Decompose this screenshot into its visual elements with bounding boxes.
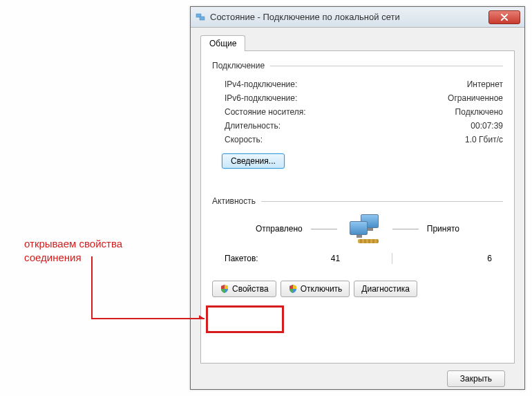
annotation-text: открываем свойства соединения [24,237,122,264]
action-buttons: Свойства Отключить Диагностика [212,281,503,297]
field-label: IPv6-подключение: [225,93,297,103]
details-button[interactable]: Сведения... [222,153,285,169]
disable-label: Отключить [301,284,343,294]
shield-icon [288,284,298,294]
sent-label: Отправлено [256,224,303,234]
tabstrip: Общие [200,35,515,51]
annotation-line1: открываем свойства [24,237,122,251]
packets-sent: 41 [258,254,379,263]
properties-label: Свойства [232,284,269,294]
field-row: Длительность: 00:07:39 [212,119,503,133]
packets-received: 6 [406,254,503,263]
field-label: Скорость: [225,135,263,144]
connection-group-title: Подключение [212,61,270,70]
close-dialog-button[interactable]: Закрыть [447,370,505,387]
svg-rect-1 [200,17,205,20]
tab-content: Подключение IPv4-подключение: Интернет I… [200,51,515,364]
status-dialog: Состояние - Подключение по локальной сет… [190,6,525,390]
field-value: 1.0 Гбит/с [465,135,503,144]
divider [392,229,419,229]
activity-row: Отправлено Принято [212,214,503,243]
connection-group: Подключение IPv4-подключение: Интернет I… [212,61,503,169]
field-label: Состояние носителя: [225,107,306,117]
activity-group: Активность Отправлено Принято Пакетов: [212,196,503,264]
field-label: Длительность: [225,121,281,131]
field-label: IPv4-подключение: [225,79,297,89]
titlebar[interactable]: Состояние - Подключение по локальной сет… [191,7,524,28]
field-row: Состояние носителя: Подключено [212,105,503,119]
properties-button[interactable]: Свойства [212,281,276,297]
field-value: 00:07:39 [471,121,503,131]
close-label: Закрыть [460,374,492,384]
network-icon [195,12,206,23]
dialog-footer: Закрыть [200,364,515,394]
packets-row: Пакетов: 41 6 [212,253,503,264]
field-value: Интернет [467,79,503,89]
disable-button[interactable]: Отключить [281,281,350,297]
field-row: IPv6-подключение: Ограниченное [212,91,503,105]
received-label: Принято [427,224,459,234]
network-activity-icon [345,214,384,243]
dialog-body: Общие Подключение IPv4-подключение: Инте… [191,28,524,396]
field-row: Скорость: 1.0 Гбит/с [212,133,503,147]
divider [270,66,503,66]
packets-label: Пакетов: [225,254,258,263]
close-button[interactable] [488,10,520,24]
annotation-line2: соединения [24,251,122,265]
diagnose-label: Диагностика [361,284,410,294]
diagnose-button[interactable]: Диагностика [354,281,417,297]
shield-icon [220,284,229,294]
field-value: Ограниченное [448,93,503,103]
tab-general[interactable]: Общие [200,35,245,51]
divider [261,201,503,202]
divider [311,229,337,229]
field-value: Подключено [455,107,503,117]
window-title: Состояние - Подключение по локальной сет… [210,12,488,22]
field-row: IPv4-подключение: Интернет [212,77,503,91]
divider [392,253,392,264]
activity-group-title: Активность [212,196,261,206]
